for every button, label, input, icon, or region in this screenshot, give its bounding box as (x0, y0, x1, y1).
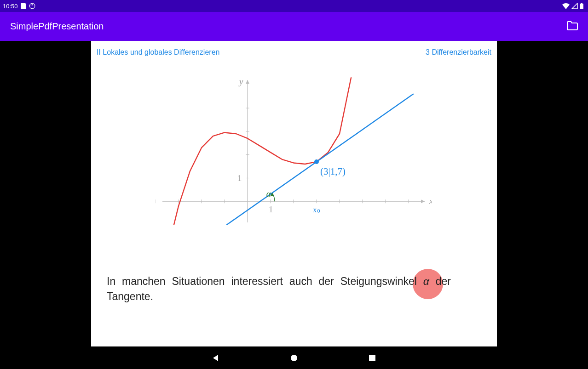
clock: 10:50 (3, 3, 18, 10)
text-before: In manchen Situationen interessiert auch… (107, 275, 423, 287)
svg-point-24 (314, 159, 319, 164)
svg-rect-2 (581, 3, 582, 4)
app-bar: SimplePdfPresentation (0, 12, 588, 41)
home-button[interactable] (289, 353, 299, 363)
svg-text:(3|1,7): (3|1,7) (320, 166, 346, 177)
svg-rect-1 (580, 4, 583, 9)
header-right: 3 Differenzierbarkeit (426, 48, 491, 57)
header-left: II Lokales und globales Differenzieren (97, 48, 219, 57)
app-title: SimplePdfPresentation (10, 21, 104, 32)
back-icon (212, 354, 220, 362)
navigation-bar (0, 346, 588, 369)
open-folder-button[interactable] (567, 21, 578, 32)
svg-text:x₀: x₀ (313, 205, 320, 214)
back-button[interactable] (211, 353, 220, 363)
content-area[interactable]: II Lokales und globales Differenzieren 3… (0, 41, 588, 346)
svg-text:α: α (266, 189, 271, 199)
status-bar: 10:50 (0, 0, 588, 12)
chart: xy11(3|1,7)x₀α (156, 73, 432, 225)
pdf-page[interactable]: II Lokales und globales Differenzieren 3… (91, 41, 497, 346)
alpha-symbol: α (423, 275, 429, 287)
sync-icon (29, 3, 35, 9)
svg-text:y: y (238, 77, 243, 86)
svg-rect-29 (369, 355, 375, 361)
sd-card-icon (21, 3, 26, 9)
signal-icon (571, 3, 578, 9)
wifi-icon (562, 3, 570, 9)
svg-text:1: 1 (269, 204, 273, 214)
svg-text:1: 1 (237, 173, 242, 183)
recents-icon (369, 354, 376, 362)
folder-icon (567, 21, 578, 30)
page-header: II Lokales und globales Differenzieren 3… (97, 48, 491, 57)
recents-button[interactable] (368, 353, 377, 363)
home-icon (290, 354, 298, 362)
battery-icon (580, 3, 583, 9)
slide-text: In manchen Situationen interessiert auch… (107, 274, 451, 305)
svg-text:x: x (429, 196, 432, 206)
svg-point-28 (291, 355, 297, 361)
